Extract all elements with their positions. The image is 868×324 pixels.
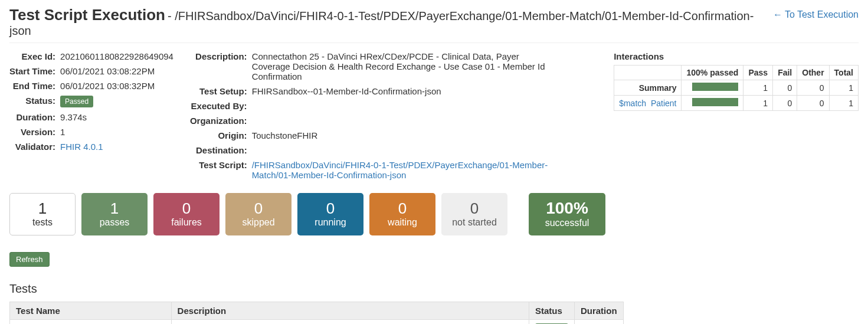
tile-not-started-value: 0 [470,201,479,216]
to-test-execution-link[interactable]: ←To Test Execution [773,6,859,20]
organization-value [252,116,556,126]
interactions-summary-other: 0 [797,80,829,96]
mid-metadata: Description: Connectathon 25 - DaVinci H… [190,51,556,180]
test-setup-label: Test Setup: [190,86,247,96]
test-status-cell: Passed [529,320,574,325]
tests-table: Test Name Description Status Duration Te… [9,302,624,324]
interactions-summary-total: 1 [829,80,858,96]
tests-heading: Tests [9,282,859,296]
tile-failures-value: 0 [182,201,191,216]
destination-value [252,145,556,155]
start-time-label: Start Time: [9,66,55,76]
interactions-heading: Interactions [614,51,859,61]
origin-label: Origin: [190,130,247,140]
interactions-panel: Interactions 100% passed Pass Fail Other… [614,51,859,111]
test-script-link[interactable]: /FHIRSandbox/DaVinci/FHIR4-0-1-Test/PDEX… [252,160,548,180]
exec-id-value: 20210601180822928649094 [60,51,173,61]
executed-by-value [252,101,556,111]
end-time-label: End Time: [9,81,55,91]
interactions-summary-label: Summary [614,80,682,96]
tests-col-status: Status [529,302,574,320]
summary-area: Exec Id: 20210601180822928649094 Start T… [9,51,859,180]
tile-successful: 100% successful [529,193,605,235]
table-row: Test: 01-Member-Id-Confirmation-json Dat… [10,320,624,325]
duration-label: Duration: [9,112,55,122]
interactions-row-summary: Summary 1 0 0 1 [614,80,859,96]
executed-by-label: Executed By: [190,101,247,111]
start-time-value: 06/01/2021 03:08:22PM [60,66,173,76]
interactions-match-link[interactable]: $match [619,99,646,108]
tile-passes[interactable]: 1 passes [81,193,148,235]
status-value: Passed [60,96,173,107]
tile-not-started-label: not started [452,217,497,228]
duration-value: 9.374s [60,112,173,122]
interactions-col-passed: 100% passed [682,66,743,80]
interactions-col-total: Total [829,66,858,80]
to-test-execution-label: To Test Execution [785,9,859,19]
tile-waiting-value: 0 [398,201,407,216]
version-value: 1 [60,127,173,137]
progress-bar-icon [692,98,738,106]
refresh-button[interactable]: Refresh [9,252,50,267]
test-setup-value: FHIRSandbox--01-Member-Id-Confirmation-j… [252,86,556,96]
tile-passes-label: passes [100,217,130,228]
tile-not-started[interactable]: 0 not started [441,193,507,235]
origin-value: TouchstoneFHIR [252,130,556,140]
tests-col-duration: Duration [574,302,623,320]
interactions-patient-link[interactable]: Patient [651,99,677,108]
status-label: Status: [9,96,55,107]
interactions-detail-fail: 0 [773,96,797,111]
tile-waiting[interactable]: 0 waiting [369,193,435,235]
test-name-cell: Test: 01-Member-Id-Confirmation-json [10,320,172,325]
tests-col-desc: Description [171,302,529,320]
progress-bar-icon [692,83,738,91]
description-value: Connectathon 25 - DaVinci HRex/CDex/PCDE… [252,51,556,81]
test-desc-cell: Data Consumer Payer invokes the $member-… [171,320,529,325]
interactions-detail-total: 1 [829,96,858,111]
tile-skipped[interactable]: 0 skipped [225,193,291,235]
interactions-col-blank [614,66,682,80]
summary-tiles: 1 tests 1 passes 0 failures 0 skipped 0 … [9,193,859,235]
interactions-col-other: Other [797,66,829,80]
tile-tests-value: 1 [38,201,47,216]
validator-value: FHIR 4.0.1 [60,142,173,152]
interactions-detail-bar [682,96,743,111]
test-script-label: Test Script: [190,160,247,180]
interactions-detail-labels: $match Patient [614,96,682,111]
interactions-summary-pass: 1 [743,80,773,96]
description-label: Description: [190,51,247,81]
arrow-left-icon: ← [773,9,782,19]
validator-label: Validator: [9,142,55,152]
test-script-value: /FHIRSandbox/DaVinci/FHIR4-0-1-Test/PDEX… [252,160,556,180]
interactions-detail-pass: 1 [743,96,773,111]
interactions-col-fail: Fail [773,66,797,80]
tile-running-value: 0 [326,201,335,216]
validator-link[interactable]: FHIR 4.0.1 [60,142,103,152]
tile-tests-label: tests [32,217,53,228]
destination-label: Destination: [190,145,247,155]
tests-col-name: Test Name [10,302,172,320]
tile-waiting-label: waiting [388,217,417,228]
status-badge: Passed [60,96,93,107]
page-title: Test Script Execution [9,6,165,24]
tile-running[interactable]: 0 running [297,193,363,235]
test-duration-cell: 0.539s [574,320,623,325]
interactions-col-pass: Pass [743,66,773,80]
exec-id-label: Exec Id: [9,51,55,61]
end-time-value: 06/01/2021 03:08:32PM [60,81,173,91]
organization-label: Organization: [190,116,247,126]
tile-successful-label: successful [545,218,589,228]
tile-tests[interactable]: 1 tests [9,193,76,235]
interactions-row-detail: $match Patient 1 0 0 1 [614,96,859,111]
version-label: Version: [9,127,55,137]
tile-failures[interactable]: 0 failures [153,193,220,235]
tile-running-label: running [315,217,346,228]
interactions-table: 100% passed Pass Fail Other Total Summar… [614,65,859,111]
interactions-summary-bar [682,80,743,96]
page-title-wrap: Test Script Execution - /FHIRSandbox/DaV… [9,6,773,38]
interactions-summary-fail: 0 [773,80,797,96]
tile-skipped-label: skipped [242,217,274,228]
page-header: Test Script Execution - /FHIRSandbox/DaV… [9,6,859,43]
interactions-detail-other: 0 [797,96,829,111]
left-metadata: Exec Id: 20210601180822928649094 Start T… [9,51,173,152]
